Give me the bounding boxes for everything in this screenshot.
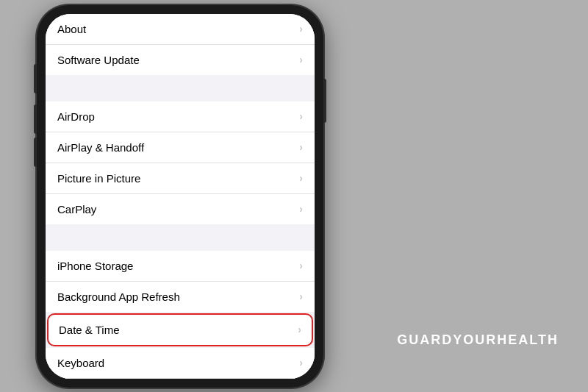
list-item[interactable]: AirDrop › [46, 101, 315, 132]
list-item[interactable]: CarPlay › [46, 194, 315, 224]
chevron-icon: › [299, 172, 303, 184]
section-divider [46, 75, 315, 101]
row-label: Software Update [57, 54, 140, 66]
section-group-2: AirDrop › AirPlay & Handoff › Picture in… [46, 101, 315, 224]
list-item[interactable]: iPhone Storage › [46, 251, 315, 282]
chevron-icon: › [299, 110, 303, 122]
list-item[interactable]: Keyboard › [46, 348, 315, 379]
list-item[interactable]: Picture in Picture › [46, 163, 315, 194]
phone-frame: About › Software Update › AirDrop [37, 5, 323, 388]
settings-list: About › Software Update › AirDrop [46, 14, 315, 379]
chevron-icon: › [299, 54, 303, 65]
date-time-row[interactable]: Date & Time › [47, 313, 313, 346]
list-item[interactable]: About › [46, 14, 315, 45]
chevron-icon: › [298, 324, 301, 335]
row-label: AirDrop [57, 110, 95, 123]
list-item[interactable]: AirPlay & Handoff › [46, 132, 315, 163]
chevron-icon: › [299, 357, 303, 368]
section-group-1: About › Software Update › [46, 14, 315, 75]
row-label: Background App Refresh [57, 291, 180, 303]
chevron-icon: › [299, 23, 303, 35]
screen-content: About › Software Update › AirDrop [46, 14, 315, 379]
row-label: CarPlay [57, 203, 96, 215]
phone-mockup: About › Software Update › AirDrop [37, 5, 323, 388]
phone-screen: About › Software Update › AirDrop [46, 14, 315, 379]
list-item[interactable]: Software Update › [46, 45, 315, 75]
row-label: Picture in Picture [57, 172, 140, 185]
row-label: Keyboard [57, 357, 104, 369]
brand-label: GUARDYOURHEALTH [397, 332, 559, 348]
chevron-icon: › [299, 291, 303, 302]
section-group-5: Keyboard › Fonts › Language & Region › [46, 348, 315, 379]
highlight-wrapper: Date & Time › [46, 312, 315, 348]
chevron-icon: › [299, 141, 303, 153]
section-divider [46, 224, 315, 251]
list-item[interactable]: Background App Refresh › [46, 282, 315, 312]
section-group-3: iPhone Storage › Background App Refresh … [46, 251, 315, 312]
chevron-icon: › [299, 260, 303, 271]
row-label: iPhone Storage [57, 260, 133, 272]
row-label: Date & Time [59, 324, 120, 336]
row-label: About [57, 23, 86, 35]
chevron-icon: › [299, 203, 303, 215]
row-label: AirPlay & Handoff [57, 141, 144, 154]
